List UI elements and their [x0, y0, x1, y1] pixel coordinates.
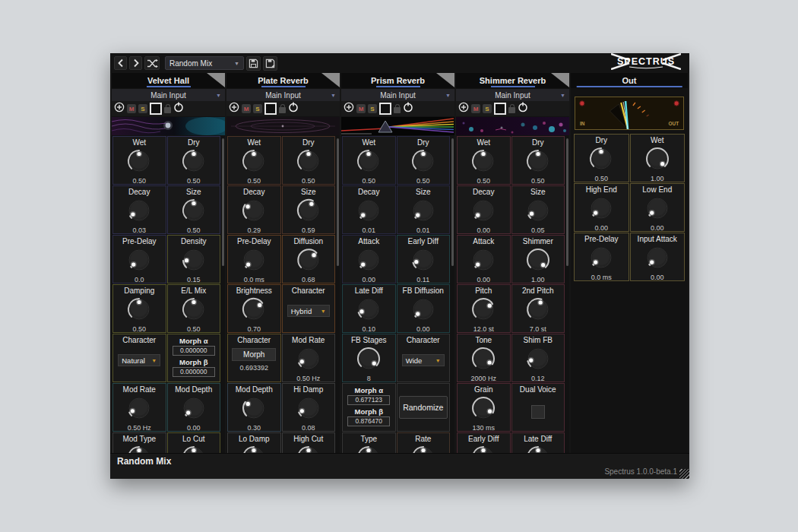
knob-fb-stages[interactable]	[355, 345, 382, 375]
knob-density[interactable]	[180, 246, 207, 277]
knob-shimmer[interactable]	[524, 246, 552, 277]
resize-grip[interactable]	[679, 469, 689, 479]
knob-control[interactable]	[524, 246, 552, 274]
knob-brightness[interactable]	[240, 296, 268, 326]
knob-control[interactable]	[470, 147, 497, 175]
input-selector[interactable]: Main Input▼	[456, 89, 569, 101]
knob-fb-diffusion[interactable]	[410, 296, 437, 326]
add-module-button[interactable]	[344, 102, 354, 116]
knob-wet[interactable]	[644, 145, 671, 176]
morph-value-field[interactable]: 0.876470	[347, 416, 390, 426]
knob-control[interactable]	[295, 147, 322, 175]
add-module-button[interactable]	[229, 102, 239, 116]
knob-decay[interactable]	[125, 197, 153, 227]
knob-wet[interactable]	[240, 147, 268, 178]
knob-decay[interactable]	[240, 197, 268, 227]
input-selector[interactable]: Main Input▼	[226, 89, 340, 101]
knob-dry[interactable]	[180, 147, 207, 178]
scrollbar-thumb[interactable]	[222, 138, 224, 266]
randomize-button[interactable]: Randomize	[399, 396, 448, 419]
knob-damping[interactable]	[125, 296, 153, 326]
knob-control[interactable]	[524, 345, 552, 372]
knob-control[interactable]	[524, 296, 552, 323]
knob-wet[interactable]	[470, 147, 497, 178]
knob-size[interactable]	[410, 197, 437, 227]
scrollbar-thumb[interactable]	[337, 138, 339, 266]
knob-control[interactable]	[470, 197, 497, 224]
knob-control[interactable]	[355, 246, 382, 274]
knob-control[interactable]	[295, 345, 322, 372]
power-button[interactable]	[288, 102, 299, 116]
bypass-checkbox[interactable]	[494, 103, 506, 115]
knob-shim-fb[interactable]	[524, 345, 552, 375]
knob-diffusion[interactable]	[295, 246, 322, 277]
knob-low-end[interactable]	[644, 195, 671, 225]
mute-button[interactable]: M	[127, 104, 136, 113]
knob-2nd-pitch[interactable]	[524, 296, 552, 326]
knob-control[interactable]	[524, 147, 552, 175]
scrollbar-thumb[interactable]	[451, 138, 454, 266]
lock-icon[interactable]	[279, 104, 286, 113]
knob-high-end[interactable]	[587, 195, 615, 225]
mute-button[interactable]: M	[356, 104, 366, 113]
next-preset-button[interactable]	[129, 56, 142, 70]
knob-control[interactable]	[355, 296, 382, 323]
knob-control[interactable]	[355, 147, 382, 175]
knob-control[interactable]	[180, 147, 207, 175]
knob-decay[interactable]	[355, 197, 382, 227]
knob-wet[interactable]	[125, 147, 153, 178]
knob-control[interactable]	[470, 296, 497, 323]
knob-control[interactable]	[470, 394, 497, 422]
knob-control[interactable]	[125, 394, 153, 422]
solo-button[interactable]: S	[138, 104, 147, 113]
knob-control[interactable]	[355, 197, 382, 224]
knob-late-diff[interactable]	[355, 296, 382, 326]
dual-voice-checkbox[interactable]	[531, 405, 545, 419]
dropdown-morph[interactable]: Morph	[232, 348, 276, 361]
knob-input-attack[interactable]	[644, 244, 671, 274]
knob-control[interactable]	[125, 147, 153, 175]
knob-mod-rate[interactable]	[125, 394, 153, 425]
solo-button[interactable]: S	[483, 104, 492, 113]
knob-control[interactable]	[240, 394, 268, 422]
knob-control[interactable]	[180, 394, 207, 422]
knob-control[interactable]	[355, 345, 382, 372]
solo-button[interactable]: S	[368, 104, 377, 113]
knob-control[interactable]	[295, 197, 322, 224]
bypass-checkbox[interactable]	[150, 103, 162, 115]
knob-control[interactable]	[410, 246, 437, 274]
knob-control[interactable]	[180, 246, 207, 274]
knob-pre-delay[interactable]	[125, 246, 153, 277]
knob-attack[interactable]	[470, 246, 497, 277]
knob-control[interactable]	[644, 145, 671, 173]
knob-control[interactable]	[240, 197, 268, 224]
solo-button[interactable]: S	[253, 104, 262, 113]
knob-control[interactable]	[240, 296, 268, 323]
mute-button[interactable]: M	[242, 104, 251, 113]
knob-attack[interactable]	[355, 246, 382, 277]
lock-icon[interactable]	[164, 104, 171, 113]
knob-dry[interactable]	[410, 147, 437, 178]
knob-size[interactable]	[295, 197, 322, 227]
knob-pre-delay[interactable]	[587, 244, 615, 274]
add-module-button[interactable]	[114, 102, 125, 116]
knob-control[interactable]	[410, 197, 437, 224]
knob-control[interactable]	[644, 195, 671, 222]
knob-control[interactable]	[470, 246, 497, 274]
knob-mod-depth[interactable]	[240, 394, 268, 425]
knob-control[interactable]	[180, 296, 207, 323]
knob-control[interactable]	[240, 147, 268, 175]
power-button[interactable]	[173, 102, 184, 116]
save-preset-as-button[interactable]	[263, 56, 277, 71]
knob-control[interactable]	[470, 345, 497, 372]
knob-dry[interactable]	[587, 145, 615, 176]
knob-control[interactable]	[587, 244, 615, 271]
knob-control[interactable]	[125, 296, 153, 323]
knob-control[interactable]	[295, 394, 322, 422]
knob-mod-depth[interactable]	[180, 394, 207, 425]
knob-control[interactable]	[644, 244, 671, 271]
save-preset-button[interactable]	[246, 56, 261, 71]
scrollbar-thumb[interactable]	[566, 138, 568, 266]
knob-dry[interactable]	[295, 147, 322, 178]
knob-control[interactable]	[240, 246, 268, 274]
